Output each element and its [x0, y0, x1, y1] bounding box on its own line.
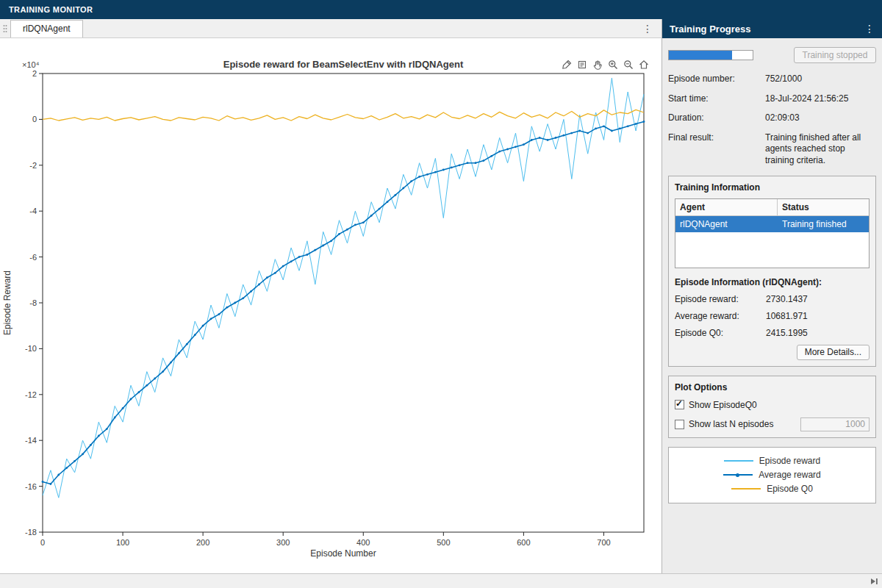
plot-options-title: Plot Options — [675, 382, 870, 392]
svg-text:-8: -8 — [29, 298, 37, 307]
field-label: Final result: — [668, 132, 765, 167]
show-episodeq0-row: ✓ Show EpisodeQ0 — [675, 400, 870, 410]
field-value: 18-Jul-2024 21:56:25 — [765, 93, 876, 105]
svg-text:-18: -18 — [25, 528, 37, 537]
show-last-n-row: Show last N episodes — [675, 417, 870, 431]
last-n-episodes-input[interactable] — [800, 417, 870, 431]
svg-text:700: 700 — [597, 538, 610, 547]
legend-label: Episode Q0 — [767, 484, 813, 494]
svg-text:×10⁴: ×10⁴ — [22, 60, 40, 69]
show-episodeq0-label: Show EpisodeQ0 — [689, 400, 757, 410]
svg-text:400: 400 — [356, 538, 370, 547]
svg-text:500: 500 — [437, 538, 450, 547]
column-agent: Agent — [675, 199, 777, 215]
chart-pane: rlDQNAgent ⋮ Episode reward for BeamSele… — [0, 19, 662, 573]
field-label: Duration: — [668, 112, 765, 124]
svg-text:2: 2 — [32, 69, 37, 78]
progress-bar-fill — [669, 51, 732, 60]
svg-text:600: 600 — [517, 538, 530, 547]
episode-information-title: Episode Information (rlDQNAgent): — [675, 277, 870, 287]
summary-fields: Episode number: 752/1000 Start time: 18-… — [668, 74, 876, 167]
svg-text:Episode Reward: Episode Reward — [2, 270, 12, 335]
legend-label: Average reward — [759, 470, 821, 480]
status-bar — [0, 573, 882, 588]
training-stopped-button[interactable]: Training stopped — [794, 47, 876, 63]
legend-marker-icon — [736, 473, 739, 477]
kv-label: Episode Q0: — [675, 328, 766, 338]
window-titlebar: TRAINING MONITOR — [0, 0, 882, 19]
episode-q0-row: Episode Q0: 2415.1995 — [675, 328, 870, 338]
field-label: Start time: — [668, 93, 765, 105]
legend-item-average-reward: Average reward — [669, 468, 875, 482]
tab-overflow-menu-icon[interactable]: ⋮ — [642, 24, 653, 34]
expand-right-icon[interactable] — [870, 577, 878, 588]
svg-text:-14: -14 — [25, 436, 37, 445]
show-last-n-checkbox[interactable] — [675, 420, 684, 429]
field-value: 752/1000 — [765, 74, 876, 85]
svg-text:-4: -4 — [29, 207, 37, 215]
tab-strip: rlDQNAgent ⋮ — [0, 19, 662, 38]
svg-text:0: 0 — [32, 115, 37, 123]
table-header-row: Agent Status — [675, 199, 869, 216]
training-monitor-window: TRAINING MONITOR rlDQNAgent ⋮ Episode — [0, 0, 882, 588]
show-last-n-label: Show last N episodes — [689, 419, 773, 429]
svg-text:300: 300 — [276, 538, 290, 547]
column-status: Status — [777, 199, 869, 215]
tab-rldqnagent[interactable]: rlDQNAgent — [10, 20, 83, 37]
svg-text:-16: -16 — [25, 482, 37, 491]
show-episodeq0-checkbox[interactable]: ✓ — [675, 400, 684, 409]
legend-item-episode-q0: Episode Q0 — [669, 482, 875, 496]
chart-legend: Episode reward Average reward Episode Q0 — [668, 447, 876, 503]
svg-text:0: 0 — [40, 538, 45, 547]
svg-text:-6: -6 — [29, 253, 37, 262]
legend-item-episode-reward: Episode reward — [669, 454, 875, 468]
agent-cell: rlDQNAgent — [675, 216, 777, 232]
kv-value: 2730.1437 — [766, 294, 808, 304]
legend-label: Episode reward — [759, 456, 820, 466]
table-row[interactable]: rlDQNAgent Training finished — [675, 216, 869, 232]
svg-text:-2: -2 — [29, 161, 37, 170]
legend-line-icon — [731, 488, 761, 490]
training-progress-bar — [668, 50, 753, 60]
field-final-result: Final result: Training finished after al… — [668, 132, 876, 167]
check-icon: ✓ — [675, 398, 683, 409]
field-value: 02:09:03 — [765, 112, 876, 124]
more-details-button[interactable]: More Details... — [797, 345, 870, 360]
tab-label: rlDQNAgent — [23, 24, 71, 34]
panel-header: Training Progress ⋮ — [662, 19, 882, 38]
kv-label: Episode reward: — [675, 294, 766, 304]
average-reward-row: Average reward: 10681.971 — [675, 311, 870, 321]
kv-value: 2415.1995 — [766, 328, 808, 338]
legend-line-icon — [724, 460, 753, 462]
training-information-box: Training Information Agent Status rlDQNA… — [668, 176, 876, 367]
training-information-title: Training Information — [675, 182, 870, 193]
table-empty-area — [675, 232, 869, 268]
svg-text:-12: -12 — [25, 390, 37, 399]
field-label: Episode number: — [668, 74, 765, 85]
legend-line-icon — [723, 474, 753, 476]
training-progress-panel: Training Progress ⋮ Training stopped Epi… — [662, 19, 882, 573]
episode-reward-row: Episode reward: 2730.1437 — [675, 294, 870, 304]
field-value: Training finished after all agents reach… — [765, 132, 875, 167]
svg-text:Episode Number: Episode Number — [310, 548, 376, 559]
svg-text:200: 200 — [196, 538, 209, 547]
plot-options-box: Plot Options ✓ Show EpisodeQ0 Show last … — [668, 376, 876, 438]
panel-body: Training stopped Episode number: 752/100… — [662, 38, 882, 573]
status-cell: Training finished — [777, 216, 869, 232]
kv-value: 10681.971 — [766, 311, 808, 321]
panel-menu-icon[interactable]: ⋮ — [864, 23, 875, 35]
reward-plot[interactable]: 010020030040050060070020-2-4-6-8-10-12-1… — [0, 38, 662, 573]
panel-title: Training Progress — [670, 24, 751, 35]
chart-area: Episode reward for BeamSelectEnv with rl… — [0, 38, 662, 573]
field-duration: Duration: 02:09:03 — [668, 112, 876, 124]
svg-text:-10: -10 — [25, 344, 37, 353]
agent-status-table: Agent Status rlDQNAgent Training finishe… — [675, 198, 870, 268]
panel-grip-icon[interactable] — [0, 19, 10, 37]
field-episode-number: Episode number: 752/1000 — [668, 74, 876, 85]
field-start-time: Start time: 18-Jul-2024 21:56:25 — [668, 93, 876, 105]
kv-label: Average reward: — [675, 311, 766, 321]
svg-text:100: 100 — [116, 538, 129, 547]
window-title: TRAINING MONITOR — [9, 5, 93, 14]
